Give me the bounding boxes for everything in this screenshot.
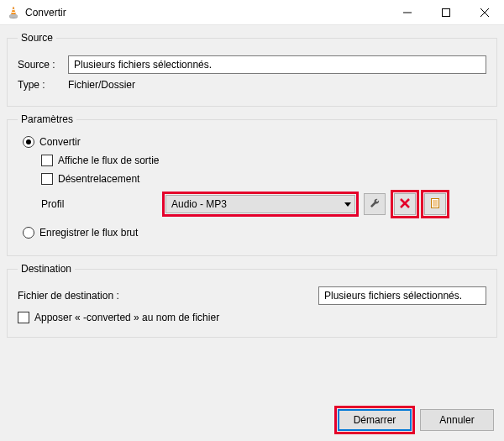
dump-raw-radio[interactable] — [23, 227, 34, 239]
destination-file-label: Fichier de destination : — [18, 290, 144, 302]
dump-raw-radio-row[interactable]: Enregistrer le flux brut — [23, 227, 486, 239]
svg-rect-1 — [12, 12, 16, 13]
chevron-down-icon — [344, 198, 351, 210]
svg-point-3 — [9, 13, 18, 18]
deinterlace-checkbox[interactable] — [41, 173, 53, 185]
show-output-checkbox[interactable] — [41, 155, 53, 166]
delete-x-icon — [400, 198, 410, 211]
source-input[interactable] — [68, 55, 486, 74]
convert-radio[interactable] — [23, 136, 34, 148]
delete-profile-button[interactable] — [394, 193, 416, 215]
dialog-content: Source Source : Type : Fichier/Dossier P… — [0, 25, 504, 441]
append-converted-label: Apposer « -converted » au nom de fichier — [34, 312, 219, 323]
maximize-button[interactable] — [427, 0, 465, 25]
destination-file-input[interactable] — [318, 286, 486, 305]
convert-radio-label: Convertir — [39, 136, 81, 148]
svg-rect-5 — [443, 8, 450, 16]
source-label: Source : — [18, 59, 68, 71]
append-converted-row[interactable]: Apposer « -converted » au nom de fichier — [18, 312, 486, 323]
app-icon — [7, 6, 20, 19]
convert-radio-row[interactable]: Convertir — [23, 136, 486, 148]
edit-profile-button[interactable] — [364, 193, 386, 215]
profile-dropdown[interactable]: Audio - MP3 — [165, 195, 355, 213]
window-title: Convertir — [25, 7, 66, 18]
start-button-label: Démarrer — [354, 414, 396, 426]
settings-group: Paramètres Convertir Affiche le flux de … — [7, 113, 497, 256]
dump-raw-label: Enregistrer le flux brut — [39, 227, 138, 239]
profile-label: Profil — [41, 198, 159, 210]
minimize-button[interactable] — [388, 0, 427, 25]
deinterlace-row[interactable]: Désentrelacement — [41, 173, 486, 185]
deinterlace-label: Désentrelacement — [58, 173, 139, 185]
settings-legend: Paramètres — [18, 113, 76, 125]
start-button[interactable]: Démarrer — [338, 409, 412, 431]
svg-rect-10 — [432, 198, 439, 207]
type-label: Type : — [18, 79, 68, 91]
source-group: Source Source : Type : Fichier/Dossier — [7, 32, 497, 107]
source-legend: Source — [18, 32, 56, 44]
profile-dropdown-value: Audio - MP3 — [171, 198, 344, 210]
show-output-row[interactable]: Affiche le flux de sortie — [41, 155, 486, 166]
new-profile-button[interactable] — [424, 193, 446, 215]
cancel-button[interactable]: Annuler — [420, 409, 494, 431]
close-button[interactable] — [465, 0, 504, 25]
show-output-label: Affiche le flux de sortie — [58, 155, 160, 166]
destination-legend: Destination — [18, 263, 75, 275]
wrench-icon — [369, 197, 381, 212]
type-value: Fichier/Dossier — [68, 79, 486, 91]
svg-rect-0 — [13, 9, 15, 10]
append-converted-checkbox[interactable] — [18, 312, 29, 323]
new-document-icon — [429, 197, 441, 212]
footer: Démarrer Annuler — [7, 404, 497, 434]
destination-group: Destination Fichier de destination : App… — [7, 263, 497, 338]
cancel-button-label: Annuler — [439, 414, 474, 426]
titlebar: Convertir — [0, 0, 504, 25]
